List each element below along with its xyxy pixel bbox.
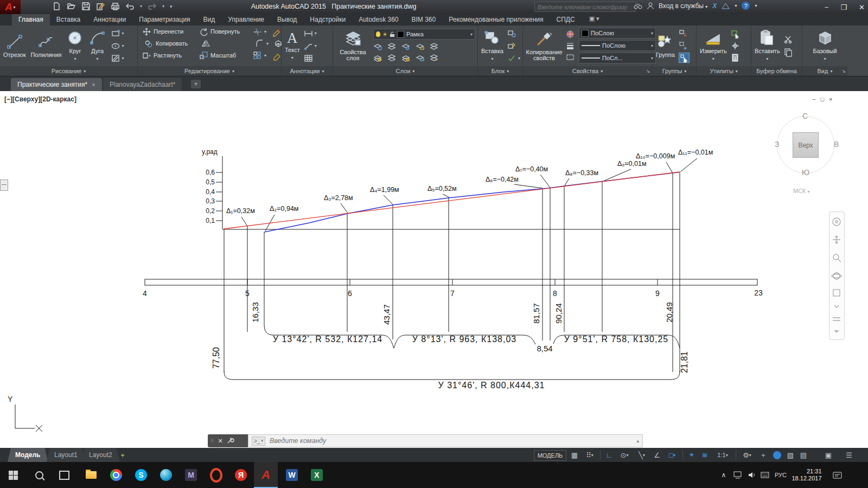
doc-tab-inactive[interactable]: PlanovayaZadachaart* xyxy=(103,78,182,91)
paste-button[interactable]: Вставить▾ xyxy=(754,28,781,63)
tab-recommended-apps[interactable]: Рекомендованные приложения xyxy=(442,14,550,25)
minimize-button[interactable]: − xyxy=(825,3,829,11)
restore-button[interactable]: ❒ xyxy=(840,3,847,11)
close-button[interactable]: ✕ xyxy=(859,3,865,11)
yandex-button[interactable]: Я xyxy=(229,462,253,488)
user-icon[interactable] xyxy=(647,2,654,10)
color-wheel-icon[interactable] xyxy=(566,30,575,39)
dimension-icon[interactable] xyxy=(304,29,313,38)
command-input[interactable] xyxy=(269,436,634,445)
panel-annot-label[interactable]: Аннотации▾ xyxy=(282,66,333,76)
clock[interactable]: 21:3118.12.2017 xyxy=(788,462,826,488)
tab-vyvod[interactable]: Вывод xyxy=(271,14,303,25)
layer-freeze-icon[interactable] xyxy=(387,42,397,51)
create-block-icon[interactable] xyxy=(507,29,516,38)
transparency-icon[interactable] xyxy=(566,53,575,62)
new-layout-button[interactable]: + xyxy=(116,448,129,462)
layer-isolate-icon[interactable] xyxy=(373,42,382,51)
array-icon[interactable] xyxy=(253,51,262,60)
word-button[interactable]: W xyxy=(280,462,304,488)
base-view-button[interactable]: Базовый▾ xyxy=(812,28,838,63)
object-snap-icon[interactable]: □ ▾ xyxy=(664,448,680,462)
layout1-tab[interactable]: Layout1 xyxy=(47,448,85,462)
linetype-dropdown[interactable]: ПоСлою▾ xyxy=(579,40,656,51)
task-view-button[interactable] xyxy=(52,462,76,488)
lineweight-dropdown[interactable]: ПоСл...▾ xyxy=(579,53,656,63)
model-tab[interactable]: Модель xyxy=(8,448,48,462)
units-toggle-icon[interactable] xyxy=(770,448,783,462)
erase-icon[interactable] xyxy=(272,51,281,60)
command-bar-handle[interactable]: ⠿ ✕ xyxy=(208,434,248,447)
autoscale-icon[interactable]: ≋ xyxy=(699,448,711,462)
layer-prev-icon[interactable] xyxy=(430,53,439,62)
notification-center-button[interactable] xyxy=(829,462,845,488)
group-selection-toggle[interactable] xyxy=(679,53,690,63)
stretch-button[interactable]: Растянуть xyxy=(154,52,197,59)
wrench-icon[interactable] xyxy=(226,437,234,445)
language-indicator[interactable]: РУС xyxy=(773,462,789,488)
polar-tracking-icon[interactable]: ⊙ ▾ xyxy=(616,448,633,462)
tab-glavnaya[interactable]: Главная xyxy=(12,14,50,25)
command-close-icon[interactable]: ✕ xyxy=(218,438,223,445)
copy-clip-icon[interactable] xyxy=(784,48,793,57)
calculator-icon[interactable] xyxy=(731,53,740,62)
scale-button[interactable]: Масштаб xyxy=(210,52,251,59)
layout2-tab[interactable]: Layout2 xyxy=(81,448,120,462)
ribbon-options-button[interactable]: ▣ ▾ xyxy=(589,14,599,25)
cut-scissors-icon[interactable] xyxy=(784,35,793,44)
model-space-button[interactable]: МОДЕЛЬ xyxy=(534,450,566,461)
layer-properties-button[interactable]: Свойства слоя xyxy=(335,29,371,62)
new-doc-tab-button[interactable]: + xyxy=(191,80,201,88)
customization-menu-icon[interactable]: ☰ xyxy=(843,448,855,462)
tab-nadstroyki[interactable]: Надстройки xyxy=(303,14,352,25)
tab-vid[interactable]: Вид xyxy=(197,14,222,25)
props-dialog-launcher-icon[interactable]: ↘ xyxy=(646,68,650,74)
matchprop-pencil-icon[interactable] xyxy=(272,27,281,36)
id-point-icon[interactable] xyxy=(731,41,740,50)
mail-button[interactable]: M xyxy=(179,462,203,488)
layer-lock-icon[interactable] xyxy=(416,42,425,51)
chrome-button[interactable] xyxy=(104,462,128,488)
autodesk360-icon[interactable] xyxy=(722,2,730,10)
rectangle-icon[interactable] xyxy=(111,29,120,38)
panel-draw-label[interactable]: Рисование▾ xyxy=(0,66,137,76)
file-explorer-button[interactable] xyxy=(79,462,103,488)
autocad-taskbar-button[interactable]: A xyxy=(254,462,278,488)
command-prompt-icon[interactable]: >_ ▾ xyxy=(252,436,265,446)
skype-button[interactable]: S xyxy=(129,462,153,488)
view-dialog-launcher-icon[interactable]: ↘ xyxy=(841,68,846,74)
panel-block-label[interactable]: Блок▾ xyxy=(478,66,522,76)
signin-button[interactable]: Вход в службы ▾ xyxy=(659,2,707,10)
volume-tray-icon[interactable] xyxy=(745,462,758,488)
panel-clipboard-label[interactable]: Буфер обмена xyxy=(751,66,802,76)
line-button[interactable]: Отрезок xyxy=(2,32,27,59)
tab-autodesk360[interactable]: Autodesk 360 xyxy=(352,14,405,25)
isodraft-icon[interactable]: ╲ ▾ xyxy=(634,448,650,462)
quick-properties-icon[interactable]: ▧ xyxy=(784,448,796,462)
keyboard-tray-icon[interactable] xyxy=(758,462,771,488)
group-edit-icon[interactable] xyxy=(679,41,688,50)
mirror-icon[interactable] xyxy=(201,39,210,48)
panel-utils-label[interactable]: Утилиты▾ xyxy=(697,66,751,76)
fillet-icon[interactable] xyxy=(255,39,264,48)
copy-button[interactable]: Копировать xyxy=(156,40,199,47)
insert-block-button[interactable]: Вставка▾ xyxy=(480,28,505,63)
polyline-button[interactable]: Полилиния xyxy=(29,32,62,59)
tab-bim360[interactable]: BIM 360 xyxy=(405,14,443,25)
hatch-icon[interactable] xyxy=(111,54,120,63)
move-button[interactable]: Перенести xyxy=(154,28,197,35)
annotation-scale-button[interactable]: 1:1 ▾ xyxy=(712,448,733,462)
tab-parametrizaciya[interactable]: Параметризация xyxy=(132,14,196,25)
color-dropdown[interactable]: ПоСлою▾ xyxy=(579,28,656,38)
trim-icon[interactable] xyxy=(253,27,262,36)
layer-dropdown[interactable]: ☀ Рамка ▾ xyxy=(373,29,475,40)
quick-select-icon[interactable] xyxy=(731,29,740,38)
panel-props-label[interactable]: Свойства▾↘ xyxy=(523,66,652,76)
panel-edit-label[interactable]: Редактирование▾ xyxy=(138,66,281,76)
measure-button[interactable]: Измерить▾ xyxy=(699,28,728,63)
lineweight-icon[interactable] xyxy=(566,41,575,50)
edit-block-icon[interactable] xyxy=(507,41,516,50)
text-button[interactable]: A Текст▾ xyxy=(284,29,301,62)
annotation-monitor-icon[interactable]: + xyxy=(757,448,769,462)
layer-off-icon[interactable] xyxy=(401,42,411,51)
